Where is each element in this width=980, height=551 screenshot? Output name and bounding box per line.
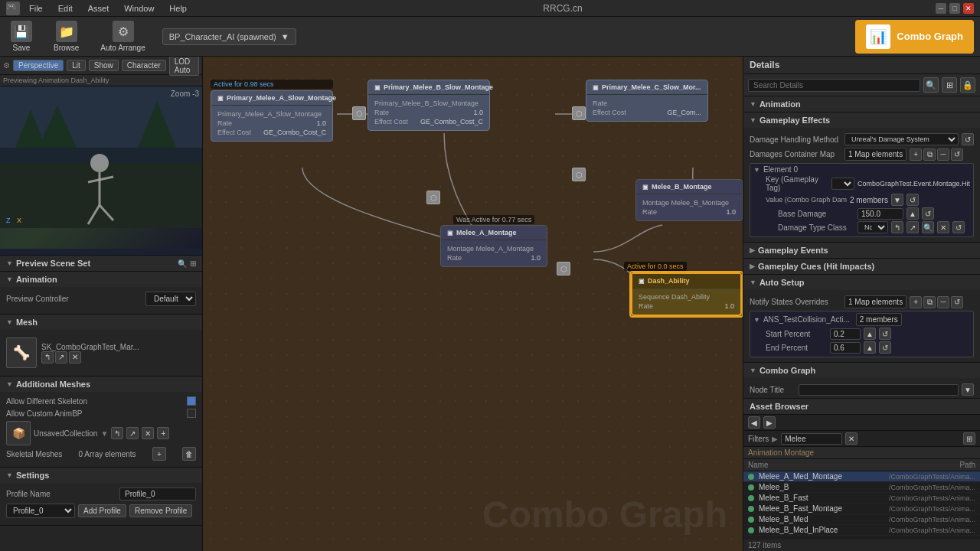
node-primary-c-card[interactable]: ▣ Primary_Melee_C_Slow_Mor... Rate Effec… bbox=[586, 80, 708, 122]
end-percent-up-btn[interactable]: ▲ bbox=[864, 341, 876, 354]
mesh-clear-btn[interactable]: ✕ bbox=[69, 351, 81, 364]
mesh-pick-btn[interactable]: ↰ bbox=[41, 351, 54, 364]
allow-custom-anim-checkbox[interactable] bbox=[187, 409, 196, 418]
damage-type-browse-btn[interactable]: ↗ bbox=[906, 221, 919, 233]
node-title-dropdown-btn[interactable]: ▼ bbox=[962, 383, 974, 396]
collection-clear-btn[interactable]: ✕ bbox=[142, 427, 154, 439]
node-primary-b[interactable]: ▣ Primary_Melee_B_Slow_Montage Primary_M… bbox=[368, 80, 490, 131]
node-dash-card[interactable]: ▣ Dash_Ability Sequence Dash_Ability Rat… bbox=[631, 272, 742, 316]
profile-dropdown[interactable]: Profile_0 bbox=[6, 504, 75, 518]
lit-btn[interactable]: Lit bbox=[67, 60, 86, 71]
collection-browse-btn[interactable]: ↗ bbox=[126, 427, 139, 439]
graph-canvas[interactable]: Active for 0.98 secs ▣ Primary_Melee_A_S… bbox=[203, 57, 743, 551]
details-search-input[interactable] bbox=[748, 79, 920, 92]
collection-add-btn[interactable]: + bbox=[157, 427, 169, 439]
profile-name-input[interactable] bbox=[119, 487, 196, 500]
notify-add-btn[interactable]: + bbox=[910, 296, 922, 308]
damage-type-del-btn[interactable]: ✕ bbox=[937, 221, 949, 233]
node-melee-a[interactable]: ▣ Melee_A_Montage Montage Melee_A_Montag… bbox=[440, 225, 547, 267]
gameplay-events-header[interactable]: ▶ Gameplay Events bbox=[743, 243, 980, 258]
connector-melee-a[interactable]: ⬡ bbox=[426, 191, 440, 204]
base-damage-input[interactable] bbox=[858, 208, 903, 220]
character-btn[interactable]: Character bbox=[122, 60, 166, 71]
node-dash-ability[interactable]: ▣ Dash_Ability Sequence Dash_Ability Rat… bbox=[629, 271, 743, 318]
perspective-btn[interactable]: Perspective bbox=[13, 60, 64, 71]
end-percent-reset-btn[interactable]: ↺ bbox=[879, 341, 891, 354]
auto-setup-header[interactable]: ▼ Auto Setup bbox=[743, 275, 980, 290]
asset-item-4[interactable]: Melee_B_Med /ComboGraphTests/Anima... bbox=[743, 514, 980, 525]
connector-c-meleeb[interactable]: ⬡ bbox=[572, 168, 586, 181]
damages-remove-btn[interactable]: ─ bbox=[937, 148, 949, 161]
asset-item-1[interactable]: Melee_B /ComboGraphTests/Anima... bbox=[743, 482, 980, 493]
gameplay-cues-header[interactable]: ▶ Gameplay Cues (Hit Impacts) bbox=[743, 259, 980, 274]
details-animation-header[interactable]: ▼ Animation bbox=[743, 96, 980, 112]
asset-item-0[interactable]: Melee_A_Med_Montage /ComboGraphTests/Ani… bbox=[743, 471, 980, 482]
preview-scene-grid-icon[interactable]: ⊞ bbox=[190, 259, 196, 268]
damage-type-pick-btn[interactable]: ↰ bbox=[891, 221, 903, 233]
notify-copy-btn[interactable]: ⧉ bbox=[923, 296, 936, 308]
gameplay-effects-header[interactable]: ▼ Gameplay Effects bbox=[743, 112, 980, 128]
bp-dropdown[interactable]: BP_Character_AI (spawned) ▼ bbox=[162, 28, 296, 45]
notify-reset-btn[interactable]: ↺ bbox=[951, 296, 963, 308]
mesh-header[interactable]: ▼ Mesh bbox=[0, 315, 202, 330]
skeletal-add-btn[interactable]: + bbox=[152, 447, 166, 461]
kv-value-expand-btn[interactable]: ▼ bbox=[891, 194, 903, 206]
kv-key-edit-btn[interactable]: Edit bbox=[831, 178, 854, 190]
damage-handling-dropdown[interactable]: Unreal's Damage System bbox=[844, 133, 959, 145]
details-lock-btn[interactable]: 🔒 bbox=[960, 77, 975, 93]
asset-forward-btn[interactable]: ▶ bbox=[763, 416, 776, 429]
asset-item-3[interactable]: Melee_B_Fast_Montage /ComboGraphTests/An… bbox=[743, 504, 980, 514]
kv-value-reset-btn[interactable]: ↺ bbox=[906, 194, 919, 206]
minimize-btn[interactable]: ─ bbox=[936, 3, 946, 14]
damage-type-reset-btn[interactable]: ↺ bbox=[952, 221, 965, 233]
damage-type-dropdown[interactable]: None bbox=[858, 221, 888, 233]
start-percent-input[interactable] bbox=[830, 328, 861, 340]
node-primary-c[interactable]: ▣ Primary_Melee_C_Slow_Mor... Rate Effec… bbox=[586, 80, 708, 122]
menu-edit[interactable]: Edit bbox=[55, 2, 76, 15]
node-primary-a[interactable]: Active for 0.98 secs ▣ Primary_Melee_A_S… bbox=[211, 80, 333, 142]
combo-graph-details-header[interactable]: ▼ Combo Graph bbox=[743, 363, 980, 378]
asset-item-2[interactable]: Melee_B_Fast /ComboGraphTests/Anima... bbox=[743, 493, 980, 504]
menu-window[interactable]: Window bbox=[121, 2, 157, 15]
preview-scene-search-icon[interactable]: 🔍 bbox=[178, 259, 187, 268]
node-primary-a-card[interactable]: ▣ Primary_Melee_A_Slow_Montage Primary_M… bbox=[211, 90, 333, 142]
start-percent-reset-btn[interactable]: ↺ bbox=[879, 328, 891, 340]
viewport-menu-icon[interactable]: ⚙ bbox=[3, 61, 10, 70]
connector-dash[interactable]: ⬡ bbox=[557, 262, 570, 276]
browse-button[interactable]: 📁 Browse bbox=[49, 18, 83, 55]
preview-scene-header[interactable]: ▼ Preview Scene Set 🔍 ⊞ bbox=[0, 256, 202, 271]
base-damage-reset-btn[interactable]: ↺ bbox=[922, 207, 934, 220]
filter-input[interactable] bbox=[781, 433, 842, 445]
animation-header[interactable]: ▼ Animation bbox=[0, 272, 202, 287]
menu-asset[interactable]: Asset bbox=[85, 2, 113, 15]
additional-meshes-header[interactable]: ▼ Additional Meshes bbox=[0, 377, 202, 392]
mesh-browse-btn[interactable]: ↗ bbox=[55, 351, 67, 364]
save-button[interactable]: 💾 Save bbox=[6, 18, 37, 55]
viewport-content[interactable]: Z X Zoom -3 bbox=[0, 86, 202, 249]
damage-type-search-btn[interactable]: 🔍 bbox=[922, 221, 934, 233]
settings-header[interactable]: ▼ Settings bbox=[0, 468, 202, 483]
asset-item-5[interactable]: Melee_B_Med_InPlace /ComboGraphTests/Ani… bbox=[743, 525, 980, 536]
auto-arrange-button[interactable]: ⚙ Auto Arrange bbox=[96, 18, 149, 55]
menu-file[interactable]: File bbox=[26, 2, 46, 15]
maximize-btn[interactable]: □ bbox=[949, 3, 960, 14]
damages-reset-btn[interactable]: ↺ bbox=[951, 148, 963, 161]
node-melee-a-card[interactable]: ▣ Melee_A_Montage Montage Melee_A_Montag… bbox=[440, 225, 547, 267]
show-btn[interactable]: Show bbox=[89, 60, 119, 71]
node-primary-b-card[interactable]: ▣ Primary_Melee_B_Slow_Montage Primary_M… bbox=[368, 80, 490, 131]
combo-graph-button[interactable]: 📊 Combo Graph bbox=[855, 20, 974, 54]
details-grid-btn[interactable]: ⊞ bbox=[942, 77, 957, 93]
damages-copy-btn[interactable]: ⧉ bbox=[923, 148, 936, 161]
view-options-btn[interactable]: ⊞ bbox=[963, 432, 975, 445]
connector-bc[interactable]: ⬡ bbox=[572, 106, 586, 120]
remove-profile-btn[interactable]: Remove Profile bbox=[129, 504, 192, 517]
asset-back-btn[interactable]: ◀ bbox=[748, 416, 760, 429]
lod-auto-btn[interactable]: LOD Auto bbox=[169, 57, 199, 76]
damages-add-btn[interactable]: + bbox=[910, 148, 922, 161]
close-btn[interactable]: ✕ bbox=[963, 3, 974, 14]
allow-diff-skeleton-checkbox[interactable] bbox=[187, 396, 196, 406]
node-title-input[interactable] bbox=[799, 384, 959, 396]
node-melee-b[interactable]: ▣ Melee_B_Montage Montage Melee_B_Montag… bbox=[635, 179, 743, 221]
filter-clear-btn[interactable]: ✕ bbox=[845, 432, 858, 445]
notify-remove-btn[interactable]: ─ bbox=[937, 296, 949, 308]
